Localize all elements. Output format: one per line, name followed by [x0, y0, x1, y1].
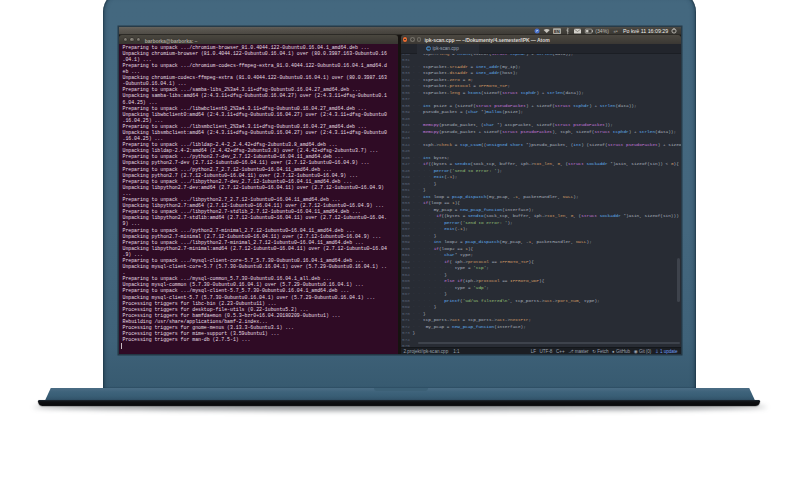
- svg-text:EN: EN: [554, 28, 560, 33]
- svg-text:(34%): (34%): [595, 27, 609, 33]
- svg-text:Po kvě 11 16:09:29: Po kvě 11 16:09:29: [623, 28, 668, 34]
- svg-text:«•: «•: [613, 28, 618, 33]
